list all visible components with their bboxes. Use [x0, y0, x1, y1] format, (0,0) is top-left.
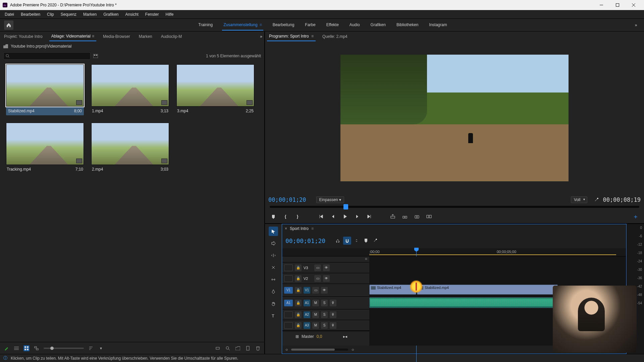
- track-target-v1[interactable]: V1: [304, 287, 310, 294]
- timeline-zoom-slider[interactable]: [291, 349, 348, 351]
- export-frame-button[interactable]: [413, 213, 421, 220]
- lift-button[interactable]: [389, 213, 396, 220]
- workspace-tab-effekte[interactable]: Effekte: [325, 20, 340, 31]
- hand-tool[interactable]: [269, 299, 278, 308]
- add-marker-button[interactable]: [270, 213, 277, 220]
- menu-marken[interactable]: Marken: [80, 11, 100, 18]
- lock-toggle-v2[interactable]: 🔒: [295, 275, 302, 282]
- sync-lock-icon[interactable]: ○: [365, 256, 367, 262]
- comparison-view-button[interactable]: [425, 213, 433, 220]
- project-clip[interactable]: 3.mp42;25: [176, 64, 254, 115]
- zoom-fit-dropdown[interactable]: Einpassen ▾: [316, 196, 344, 203]
- type-tool[interactable]: T: [269, 311, 278, 320]
- mark-in-button[interactable]: {: [282, 213, 289, 220]
- play-button[interactable]: [341, 213, 349, 220]
- minimize-button[interactable]: [594, 0, 609, 10]
- selection-tool[interactable]: [269, 227, 278, 236]
- lock-toggle-a2[interactable]: 🔒: [295, 311, 302, 318]
- source-patch-a1[interactable]: A1: [284, 300, 293, 306]
- mix-track-icon[interactable]: ⊞: [296, 334, 299, 339]
- step-forward-button[interactable]: [354, 213, 361, 220]
- maximize-button[interactable]: [610, 0, 625, 10]
- timeline-audio-clip[interactable]: [369, 297, 558, 308]
- workspace-tab-grafiken[interactable]: Grafiken: [369, 20, 387, 31]
- voiceover-a3[interactable]: 🎙: [330, 322, 336, 329]
- bin-view-toggle[interactable]: [93, 54, 98, 58]
- pen-tool[interactable]: [269, 287, 278, 296]
- add-marker-timeline-button[interactable]: [362, 237, 370, 245]
- lock-toggle-a1[interactable]: 🔒: [295, 300, 302, 306]
- menu-bearbeiten[interactable]: Bearbeiten: [17, 11, 44, 18]
- master-meter-icon[interactable]: ▸◂: [343, 334, 347, 339]
- mute-toggle-a2[interactable]: M: [312, 311, 319, 318]
- master-value[interactable]: 0,0: [317, 334, 322, 339]
- source-patch-v1[interactable]: V1: [284, 287, 293, 294]
- extract-button[interactable]: [401, 213, 409, 220]
- solo-toggle-a3[interactable]: S: [321, 322, 328, 329]
- project-clip[interactable]: Stabilized.mp48;00: [6, 64, 84, 115]
- track-visibility-v2[interactable]: 👁: [323, 275, 330, 282]
- voiceover-a1[interactable]: 🎙: [330, 300, 336, 306]
- sequence-name[interactable]: Sport Intro: [290, 226, 309, 231]
- playback-quality-dropdown[interactable]: Voll: [571, 196, 587, 203]
- workspace-tab-zusammenstellung[interactable]: Zusammenstellung≡: [222, 20, 263, 31]
- voiceover-a2[interactable]: 🎙: [330, 311, 336, 318]
- track-visibility-v3[interactable]: 👁: [323, 264, 330, 271]
- razor-tool[interactable]: [269, 263, 278, 272]
- timeline-clip[interactable]: Stabilized.mp4: [369, 285, 416, 295]
- delete-button[interactable]: [255, 345, 261, 351]
- project-clip[interactable]: 2.mp43;03: [91, 123, 169, 172]
- menu-datei[interactable]: Datei: [1, 11, 17, 18]
- workspace-tab-farbe[interactable]: Farbe: [304, 20, 317, 31]
- linked-selection-toggle[interactable]: [353, 237, 361, 245]
- timeline-close-button[interactable]: ×: [285, 226, 287, 231]
- ripple-edit-tool[interactable]: [269, 251, 278, 260]
- track-target-a3[interactable]: A3: [304, 322, 310, 329]
- snap-toggle[interactable]: [343, 237, 351, 245]
- list-view-button[interactable]: [13, 345, 19, 351]
- track-target-a1[interactable]: A1: [304, 300, 310, 306]
- find-button[interactable]: [225, 345, 231, 351]
- workspace-tab-training[interactable]: Training: [197, 20, 214, 31]
- timeline-timecode[interactable]: 00;00;01;20: [285, 237, 332, 244]
- mark-out-button[interactable]: }: [294, 213, 301, 220]
- slip-tool[interactable]: [269, 275, 278, 284]
- program-scrub-bar[interactable]: [265, 204, 644, 210]
- sort-button[interactable]: [88, 345, 94, 351]
- tab-program[interactable]: Programm: Sport Intro ≡: [267, 32, 316, 41]
- timeline-clip[interactable]: Stabilized.mp4: [417, 285, 558, 295]
- menu-hilfe[interactable]: Hilfe: [162, 11, 177, 18]
- sequence-menu-button[interactable]: ≡: [311, 226, 314, 231]
- program-timecode[interactable]: 00;00;01;20: [268, 196, 306, 203]
- project-breadcrumb[interactable]: Youtube Intro.prproj\Videomaterial: [11, 44, 71, 49]
- freeform-view-button[interactable]: [34, 345, 40, 351]
- menu-fenster[interactable]: Fenster: [142, 11, 162, 18]
- home-button[interactable]: [4, 20, 13, 30]
- program-monitor[interactable]: [265, 42, 644, 194]
- sort-dropdown-button[interactable]: ▾: [98, 345, 104, 351]
- project-search-input[interactable]: [3, 52, 91, 60]
- project-tab[interactable]: Media-Browser: [101, 32, 132, 41]
- lock-toggle-v3[interactable]: 🔒: [295, 264, 302, 271]
- menu-ansicht[interactable]: Ansicht: [122, 11, 142, 18]
- solo-toggle-a2[interactable]: S: [321, 311, 328, 318]
- new-bin-button[interactable]: [235, 345, 241, 351]
- track-target-a2[interactable]: A2: [304, 311, 310, 318]
- menu-sequenz[interactable]: Sequenz: [57, 11, 80, 18]
- insert-sequence-icon[interactable]: [334, 237, 342, 245]
- track-select-tool[interactable]: [269, 239, 278, 248]
- timeline-ruler[interactable]: ;00;00 00;00;05;00: [282, 248, 626, 256]
- project-tab[interactable]: Audioclip-M: [159, 32, 184, 41]
- lock-toggle-v1[interactable]: 🔒: [295, 287, 302, 294]
- track-output-v1[interactable]: ▭: [312, 287, 319, 294]
- project-tab[interactable]: Marken: [137, 32, 154, 41]
- timeline-zoom-out[interactable]: ○: [285, 347, 288, 352]
- track-output-v2[interactable]: ▭: [314, 275, 321, 282]
- close-button[interactable]: [626, 0, 641, 10]
- project-tab[interactable]: Ablage: Videomaterial≡: [49, 32, 96, 41]
- step-back-button[interactable]: [329, 213, 337, 220]
- menu-clip[interactable]: Clip: [44, 11, 57, 18]
- workspace-tab-audio[interactable]: Audio: [348, 20, 361, 31]
- new-item-pencil-icon[interactable]: [3, 345, 9, 351]
- new-item-button[interactable]: [245, 345, 251, 351]
